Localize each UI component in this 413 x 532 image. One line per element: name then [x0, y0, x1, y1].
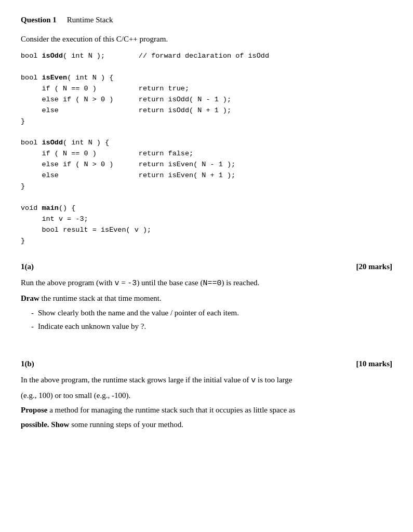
- section-b-line3: Propose a method for managing the runtim…: [21, 404, 392, 416]
- section-b-marks: [10 marks]: [356, 360, 392, 368]
- section-a-label: 1(a): [21, 262, 34, 271]
- section-b-line4: possible. Show some running steps of you…: [21, 418, 392, 431]
- section-b-body: In the above program, the runtime stack …: [21, 374, 392, 431]
- section-b-header: 1(b) [10 marks]: [21, 360, 392, 368]
- intro-text: Consider the execution of this C/C++ pro…: [21, 35, 392, 44]
- code-line-1: bool isOdd( int N ); // forward declarat…: [21, 52, 269, 60]
- section-a-body: Run the above program (with v = -3) unti…: [21, 276, 392, 332]
- code-line-10: if ( N == 0 ) return false;: [21, 150, 193, 157]
- section-a-draw-bold: Draw: [21, 294, 39, 302]
- question-number: Question 1: [21, 16, 57, 24]
- section-a-marks: [20 marks]: [356, 262, 392, 271]
- section-b-line2: (e.g., 100) or too small (e.g., -100).: [21, 389, 392, 402]
- section-b-propose-bold: Propose: [21, 406, 47, 414]
- code-line-4: if ( N == 0 ) return true;: [21, 85, 189, 92]
- code-block: bool isOdd( int N ); // forward declarat…: [21, 51, 392, 247]
- code-line-11: else if ( N > 0 ) return isEven( N - 1 )…: [21, 161, 235, 168]
- code-line-12: else return isEven( N + 1 );: [21, 171, 235, 179]
- code-line-7: }: [21, 117, 25, 125]
- question-title: Runtime Stack: [67, 16, 113, 24]
- section-b-label: 1(b): [21, 360, 34, 368]
- code-line-15: void main() {: [21, 204, 75, 212]
- code-line-9: bool isOdd( int N ) {: [21, 139, 109, 147]
- code-line-13: }: [21, 182, 25, 190]
- code-line-3: bool isEven( int N ) {: [21, 74, 113, 82]
- section-b-line1: In the above program, the runtime stack …: [21, 374, 392, 387]
- code-line-18: }: [21, 237, 25, 245]
- code-line-6: else return isOdd( N + 1 );: [21, 107, 231, 114]
- section-a-line1: Run the above program (with v = -3) unti…: [21, 276, 392, 290]
- section-a-header: 1(a) [20 marks]: [21, 262, 392, 271]
- section-b-possible-show-bold: possible. Show: [21, 420, 69, 429]
- section-a-bullets: Show clearly both the name and the value…: [31, 307, 392, 332]
- code-line-17: bool result = isEven( v );: [21, 226, 151, 234]
- section-a-bullet-2: Indicate each unknown value by ?.: [31, 320, 392, 332]
- code-line-16: int v = -3;: [21, 215, 88, 223]
- code-line-5: else if ( N > 0 ) return isOdd( N - 1 );: [21, 96, 231, 103]
- question-header: Question 1 Runtime Stack: [21, 16, 392, 24]
- section-a-bullet-1: Show clearly both the name and the value…: [31, 307, 392, 319]
- spacer-1: [21, 334, 392, 344]
- section-a-line2: Draw the runtime stack at that time mome…: [21, 292, 392, 304]
